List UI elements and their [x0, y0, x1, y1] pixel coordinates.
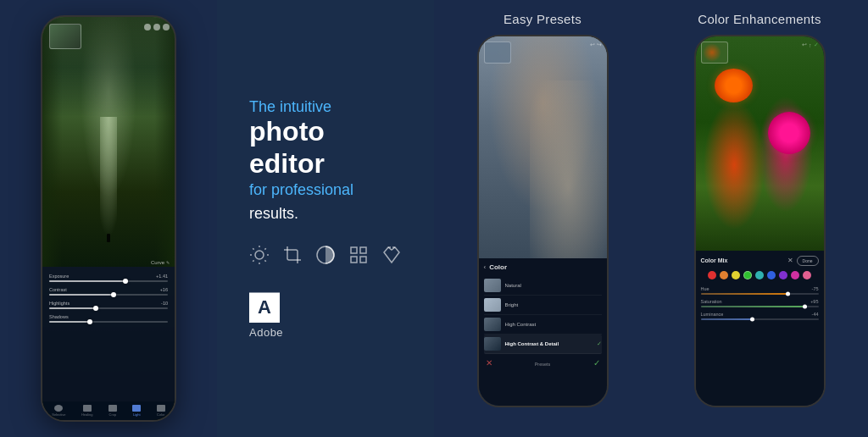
check-icon-4[interactable]: ✓: [814, 41, 819, 48]
top-icons-3: ↩ ↪: [590, 41, 602, 48]
crop-icon: [108, 405, 117, 412]
path-light: [100, 117, 117, 267]
before-thumbnail: [49, 24, 81, 49]
hue-thumb[interactable]: [786, 291, 790, 296]
shadows-slider-row: Shadows: [49, 314, 168, 323]
svg-line-8: [265, 249, 266, 250]
contrast-slider-row: Contrast +16: [49, 287, 168, 296]
phone-screen-4: ↩ ↑ ✓ Color Mix ✕ Done: [696, 36, 824, 406]
preset-hcd-thumb: [484, 337, 501, 351]
easy-presets-title: Easy Presets: [504, 12, 581, 26]
shadows-label: Shadows: [49, 314, 168, 319]
highlights-thumb[interactable]: [93, 306, 98, 311]
tab-healing[interactable]: Healing: [81, 405, 93, 417]
exposure-track[interactable]: [49, 280, 168, 282]
color-mix-title: Color Mix: [701, 257, 728, 263]
share-icon-4[interactable]: ↑: [809, 42, 812, 48]
luminance-track[interactable]: [701, 318, 819, 320]
tab-selective-label: Selective: [52, 412, 65, 417]
color-dot-purple[interactable]: [779, 271, 787, 279]
color-enhancements-title: Color Enhancements: [698, 12, 821, 26]
color-dot-orange[interactable]: [720, 271, 728, 279]
color-mix-panel: Color Mix ✕ Done: [696, 251, 824, 406]
preset-high-contrast-detail[interactable]: High Contrast & Detail ✓: [484, 335, 602, 354]
saturation-thumb[interactable]: [803, 304, 807, 308]
color-dot-yellow[interactable]: [732, 271, 740, 279]
adobe-logo: A Adobe: [249, 292, 402, 339]
highlights-track[interactable]: [49, 307, 168, 309]
crop-feature-icon: [282, 243, 303, 267]
light-icon: [132, 405, 141, 412]
color-mix-close[interactable]: ✕: [787, 257, 793, 264]
panel-marketing: The intuitive photo editor for professio…: [217, 0, 434, 437]
contrast-thumb[interactable]: [111, 292, 116, 297]
color-dot-teal[interactable]: [755, 271, 764, 279]
saturation-label: Saturation +95: [701, 299, 819, 304]
color-dot-green[interactable]: [743, 271, 752, 279]
status-icon-2: [153, 24, 160, 30]
preset-high-contrast[interactable]: High Contrast: [484, 315, 602, 335]
undo-icon-4[interactable]: ↩: [802, 41, 807, 48]
svg-rect-11: [360, 247, 366, 253]
preset-high-contrast-thumb: [484, 318, 501, 331]
hue-track[interactable]: [701, 293, 819, 295]
color-mix-header: Color Mix ✕ Done: [701, 256, 819, 266]
preset-natural-name: Natural: [505, 283, 521, 288]
edit-icon[interactable]: ✎: [166, 260, 170, 265]
preset-natural[interactable]: Natural: [484, 276, 602, 296]
status-icon-3: [163, 24, 170, 30]
tab-selective[interactable]: Selective: [52, 405, 65, 417]
contrast-label: Contrast +16: [49, 287, 168, 292]
orange-flower: [715, 69, 753, 102]
color-dot-blue[interactable]: [767, 271, 776, 279]
marketing-text: The intuitive photo editor for professio…: [232, 81, 419, 357]
flowers-thumbnail: [701, 41, 728, 64]
shadows-thumb[interactable]: [87, 319, 92, 324]
check-apply[interactable]: ✓: [593, 358, 600, 368]
tagline-line2: photo: [249, 118, 402, 147]
preset-bright[interactable]: Bright: [484, 296, 602, 315]
saturation-track[interactable]: [701, 306, 819, 307]
luminance-slider-row: Luminance -44: [701, 312, 819, 320]
adobe-label: Adobe: [249, 326, 283, 339]
curve-label: Curve ✎: [151, 260, 170, 265]
phone-mockup-1: Curve ✎ Exposure +1.41: [41, 15, 176, 422]
x-cancel[interactable]: ✕: [486, 358, 492, 368]
tone-feature-icon: [315, 243, 337, 267]
tab-color[interactable]: Color: [157, 405, 165, 417]
highlights-fill: [49, 307, 97, 309]
luminance-thumb[interactable]: [750, 317, 754, 321]
phone-screen-3: ↩ ↪ ‹ Color Natural Bright: [479, 36, 607, 406]
grid-feature-icon: [348, 243, 369, 267]
status-icon-1: [144, 24, 151, 30]
tab-crop[interactable]: Crop: [108, 405, 117, 417]
tab-light[interactable]: Light: [132, 405, 141, 417]
undo-icon-3[interactable]: ↩: [590, 41, 595, 48]
tagline-line1: The intuitive: [249, 98, 402, 117]
back-arrow-icon[interactable]: ‹: [484, 263, 487, 271]
portrait-thumbnail: [484, 41, 511, 64]
hue-slider-row: Hue -75: [701, 286, 819, 295]
luminance-label: Luminance -44: [701, 312, 819, 317]
adobe-logo-icon: A: [249, 292, 280, 323]
svg-line-3: [253, 249, 254, 250]
shadows-track[interactable]: [49, 321, 168, 323]
contrast-track[interactable]: [49, 294, 168, 296]
color-dot-pink[interactable]: [803, 271, 811, 279]
presets-header: ‹ Color: [484, 263, 602, 271]
svg-rect-12: [351, 257, 357, 263]
top-icons-4: ↩ ↑ ✓: [802, 41, 819, 48]
sliders-panel: Exposure +1.41 Contrast +16: [42, 267, 175, 401]
svg-line-4: [265, 261, 266, 262]
redo-icon-3[interactable]: ↪: [597, 41, 602, 48]
preset-high-contrast-name: High Contrast: [505, 322, 537, 327]
brightness-svg: [249, 245, 270, 265]
adobe-a-symbol: A: [258, 296, 271, 318]
panel-photo-editor: Curve ✎ Exposure +1.41: [0, 0, 217, 437]
color-dot-red[interactable]: [708, 271, 716, 279]
tab-crop-label: Crop: [109, 412, 117, 417]
exposure-thumb[interactable]: [123, 279, 128, 284]
done-button[interactable]: Done: [797, 256, 819, 266]
tagline-line5: results.: [249, 205, 402, 224]
color-dot-magenta[interactable]: [791, 271, 799, 279]
